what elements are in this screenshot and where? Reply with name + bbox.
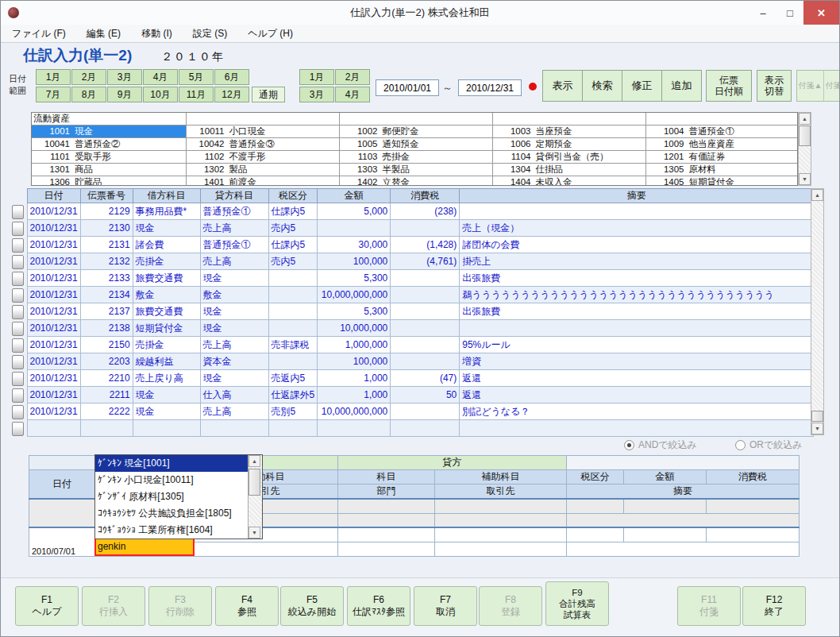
journal-cell-tax[interactable]: 売返内5	[268, 370, 318, 387]
journal-cell-ctax[interactable]	[391, 353, 460, 370]
scroll-up-icon[interactable]: ▲	[249, 455, 260, 467]
menu-item[interactable]: ヘルプ (H)	[248, 27, 293, 41]
suggestion-item[interactable]: ｹﾞﾝｷﾝ 小口現金[10011]	[95, 472, 249, 488]
journal-header-ctax[interactable]: 消費税	[391, 189, 460, 203]
display-switch-button[interactable]: 表示 切替	[757, 70, 792, 102]
entry-date-cell[interactable]: 2010/07/01	[29, 527, 95, 556]
month-button[interactable]: 9月	[107, 87, 142, 102]
journal-header-voucher[interactable]: 伝票番号	[80, 189, 133, 203]
journal-cell-ctax[interactable]	[391, 270, 460, 287]
journal-cell-ctax[interactable]	[391, 337, 460, 353]
account-cell[interactable]: 1301商品	[32, 164, 186, 176]
journal-cell-debit[interactable]: 敷金	[133, 287, 200, 303]
account-list-scrollbar[interactable]: ▲ ▼	[798, 112, 811, 186]
account-cell[interactable]: 1306貯蔵品	[32, 176, 186, 187]
note-icon[interactable]	[12, 422, 24, 436]
scroll-down-icon[interactable]: ▼	[249, 527, 260, 539]
f6-journal-master-button[interactable]: F6仕訳ﾏｽﾀ参照	[347, 586, 410, 626]
journal-cell-amount[interactable]: 100,000	[318, 253, 391, 270]
journal-cell-memo[interactable]: 返還	[460, 387, 814, 403]
menu-item[interactable]: 設定 (S)	[193, 27, 227, 41]
account-cell[interactable]: 1303半製品	[339, 164, 492, 176]
journal-cell-amount[interactable]: 100,000	[318, 353, 391, 370]
f11-fusen-button[interactable]: F11付箋	[677, 586, 741, 626]
journal-cell-debit[interactable]: 短期貸付金	[133, 320, 200, 337]
account-cell[interactable]: 10041普通預金②	[32, 138, 186, 151]
journal-cell-date[interactable]: 2010/12/31	[27, 387, 80, 403]
journal-cell-voucher[interactable]: 2150	[80, 337, 133, 353]
account-cell[interactable]: 10042普通預金③	[186, 138, 339, 151]
journal-cell-amount[interactable]	[318, 220, 391, 237]
journal-cell-memo[interactable]: 増資	[460, 353, 814, 370]
journal-cell-amount[interactable]: 1,000,000	[318, 337, 391, 353]
month-button[interactable]: 1月	[36, 69, 71, 85]
account-cell[interactable]: 1003当座預金	[492, 125, 645, 138]
and-filter-radio[interactable]: ANDで絞込み	[624, 438, 697, 452]
f7-cancel-button[interactable]: F7取消	[414, 586, 477, 626]
journal-cell-memo[interactable]: 掛売上	[460, 253, 814, 270]
journal-cell-credit[interactable]: 仕入高	[200, 387, 268, 403]
journal-cell-credit[interactable]: 普通預金①	[200, 237, 268, 253]
journal-cell-date[interactable]: 2010/12/31	[27, 370, 80, 387]
or-filter-radio[interactable]: ORで絞込み	[735, 438, 803, 452]
journal-cell-memo[interactable]: 返還	[460, 370, 814, 387]
journal-cell-credit[interactable]: 資本金	[200, 353, 268, 370]
journal-cell-voucher[interactable]: 2130	[80, 220, 133, 237]
journal-cell-voucher[interactable]: 2129	[80, 203, 133, 220]
journal-cell-debit[interactable]: 旅費交通費	[133, 270, 200, 287]
maximize-icon[interactable]: □	[776, 1, 803, 25]
note-icon[interactable]	[12, 305, 24, 319]
account-cell[interactable]: 10011小口現金	[186, 125, 339, 138]
journal-cell-date[interactable]: 2010/12/31	[27, 237, 80, 253]
journal-cell-memo[interactable]	[460, 203, 814, 220]
journal-cell-date[interactable]: 2010/12/31	[27, 270, 80, 287]
journal-header-debit[interactable]: 借方科目	[133, 189, 200, 203]
journal-cell-amount[interactable]: 5,000	[318, 203, 391, 220]
month-button[interactable]: 4月	[143, 69, 178, 85]
month-button[interactable]: 3月	[107, 69, 142, 85]
month-button[interactable]: 10月	[143, 87, 178, 102]
journal-cell-debit[interactable]: 繰越利益	[133, 353, 200, 370]
f3-delete-row-button[interactable]: F3行削除	[148, 586, 212, 626]
journal-cell-voucher[interactable]: 2222	[80, 403, 133, 420]
note-icon[interactable]	[12, 272, 24, 286]
journal-cell-date[interactable]: 2010/12/31	[27, 403, 80, 420]
journal-cell-debit[interactable]: 現金	[133, 403, 200, 420]
journal-cell-ctax[interactable]	[391, 320, 460, 337]
journal-cell-tax[interactable]	[268, 287, 318, 303]
journal-cell-credit[interactable]: 現金	[200, 303, 268, 320]
account-cell[interactable]: 1009他当座資産	[645, 138, 798, 151]
journal-cell-amount[interactable]: 1,000	[318, 387, 391, 403]
journal-cell-date[interactable]: 2010/12/31	[27, 287, 80, 303]
account-cell[interactable]: 1302製品	[186, 164, 339, 176]
journal-cell-tax[interactable]: 仕課内5	[268, 203, 318, 220]
note-icon[interactable]	[12, 322, 24, 336]
quarter-month-button[interactable]: 4月	[335, 87, 370, 102]
f9-trial-balance-button[interactable]: F9合計残高試算表	[545, 581, 609, 626]
note-icon[interactable]	[12, 405, 24, 419]
journal-cell-ctax[interactable]	[391, 220, 460, 237]
journal-cell-amount[interactable]: 1,000	[318, 370, 391, 387]
note-icon[interactable]	[12, 388, 24, 403]
journal-cell-credit[interactable]: 敷金	[200, 287, 268, 303]
quarter-month-button[interactable]: 2月	[335, 69, 370, 85]
note-icon[interactable]	[12, 255, 24, 269]
account-cell[interactable]: 1402立替金	[339, 176, 492, 187]
account-cell[interactable]: 1405短期貸付金	[645, 176, 798, 187]
journal-cell-voucher[interactable]: 2210	[80, 370, 133, 387]
suggestion-item[interactable]: ｺｳｷｮｳｼｾﾂ 公共施設負担金[1805]	[95, 505, 249, 522]
note-icon[interactable]	[12, 222, 24, 236]
journal-cell-tax[interactable]: 仕返課外5	[268, 387, 318, 403]
journal-cell-debit[interactable]: 売掛金	[133, 337, 200, 353]
quarter-month-button[interactable]: 1月	[299, 69, 334, 85]
journal-cell-tax[interactable]: 売内5	[268, 253, 318, 270]
full-period-button[interactable]: 通期	[252, 87, 285, 102]
journal-cell-date[interactable]: 2010/12/31	[27, 353, 80, 370]
journal-cell-tax[interactable]	[268, 303, 318, 320]
journal-header-amount[interactable]: 金額	[318, 189, 391, 203]
journal-cell-ctax[interactable]: (238)	[391, 203, 460, 220]
note-icon[interactable]	[12, 205, 24, 219]
fusen-down-button[interactable]: 付箋▼	[824, 71, 840, 101]
journal-cell-date[interactable]: 2010/12/31	[27, 203, 80, 220]
month-button[interactable]: 2月	[71, 69, 106, 85]
